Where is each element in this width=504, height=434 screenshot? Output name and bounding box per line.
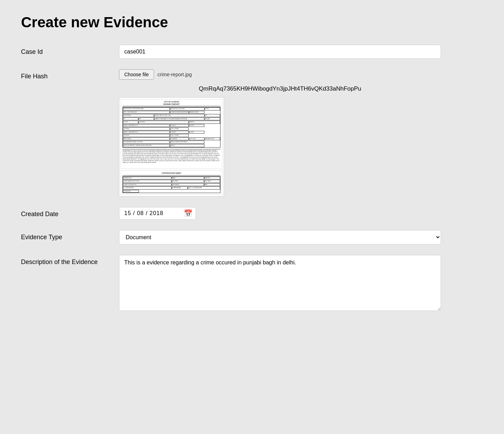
file-hash-control: Choose file crime-report.jpg QmRqAq7365K… xyxy=(119,69,441,197)
evidence-form: Case Id File Hash Choose file crime-repo… xyxy=(21,45,441,312)
file-hash-value: QmRqAq7365KH9HWibogdYn3jpJHt4TH6vQKd33aN… xyxy=(119,85,441,92)
date-input-wrap: 📅 xyxy=(119,207,196,220)
file-hash-row: File Hash Choose file crime-report.jpg Q… xyxy=(21,69,441,197)
case-id-label: Case Id xyxy=(21,45,119,56)
preview-page-2: CONTINUATION SHEET INCIDENT NO DATE REPO… xyxy=(121,170,222,195)
description-row: Description of the Evidence This is a ev… xyxy=(21,255,441,312)
evidence-type-row: Evidence Type Document Image Video Audio… xyxy=(21,230,441,244)
created-date-label: Created Date xyxy=(21,207,119,218)
choose-file-button[interactable]: Choose file xyxy=(119,69,154,80)
case-id-control xyxy=(119,45,441,59)
evidence-type-control: Document Image Video Audio Other xyxy=(119,230,441,244)
preview-page-1: CITY OF CLINTONINCIDENT REPORT REPORTED … xyxy=(121,99,222,169)
file-preview-area: CITY OF CLINTONINCIDENT REPORT REPORTED … xyxy=(119,97,224,197)
page-title: Create new Evidence xyxy=(21,14,483,31)
description-control: This is a evidence regarding a crime occ… xyxy=(119,255,441,312)
file-chooser-row: Choose file crime-report.jpg xyxy=(119,69,441,80)
file-hash-label: File Hash xyxy=(21,69,119,80)
file-name-display: crime-report.jpg xyxy=(158,72,192,77)
case-id-row: Case Id xyxy=(21,45,441,59)
evidence-type-label: Evidence Type xyxy=(21,230,119,241)
description-label: Description of the Evidence xyxy=(21,255,119,266)
evidence-type-select[interactable]: Document Image Video Audio Other xyxy=(119,230,441,244)
description-textarea[interactable]: This is a evidence regarding a crime occ… xyxy=(119,255,441,311)
created-date-row: Created Date 📅 xyxy=(21,207,441,220)
case-id-input[interactable] xyxy=(119,45,441,59)
created-date-control: 📅 xyxy=(119,207,441,220)
created-date-input[interactable] xyxy=(119,207,196,220)
